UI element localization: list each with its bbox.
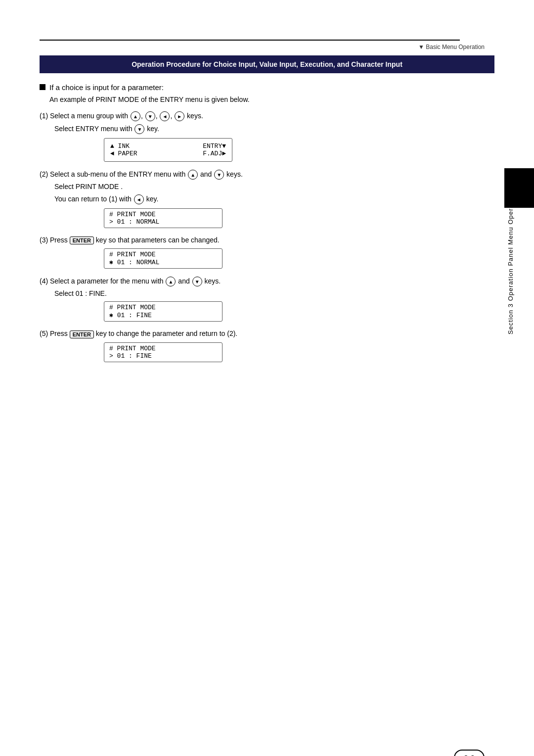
menu-box-4-line2: > 01 : FINE	[109, 352, 217, 360]
section-heading-text: If a choice is input for a parameter:	[49, 83, 164, 92]
entry-paper-label: ◄ PAPER	[110, 150, 137, 157]
step-4: (4) Select a parameter for the menu with…	[40, 277, 470, 322]
arrow-left-icon: ◄	[160, 111, 170, 121]
entry-fadj-label: F.ADJ►	[203, 150, 226, 157]
black-square-icon	[40, 84, 45, 90]
arrow-up-icon-3: ▲	[188, 170, 198, 180]
menu-box-3-line1: # PRINT MODE	[109, 304, 217, 311]
top-rule	[40, 40, 460, 41]
page-title: Operation Procedure for Choice Input, Va…	[40, 55, 494, 73]
arrow-up-icon: ▲	[131, 111, 140, 121]
menu-box-2-line2: ✱ 01 : NORMAL	[109, 258, 217, 266]
menu-box-1-line2: > 01 : NORMAL	[109, 218, 217, 226]
page-number: 3-9	[454, 750, 485, 756]
enter-badge-1: ENTER	[70, 236, 94, 244]
menu-box-3: # PRINT MODE ✱ 01 : FINE	[104, 301, 222, 322]
menu-box-4: # PRINT MODE > 01 : FINE	[104, 342, 222, 362]
page-container: ▼ Basic Menu Operation Operation Procedu…	[0, 40, 534, 756]
step-2-line: (2) Select a sub-menu of the ENTRY menu …	[40, 170, 470, 180]
arrow-right-icon: ►	[175, 111, 184, 121]
entry-ink-label: ▲ INK	[110, 142, 130, 150]
step-1-number: (1) Select a menu group with	[40, 112, 130, 120]
content-area: If a choice is input for a parameter: An…	[40, 83, 470, 362]
step-1: (1) Select a menu group with ▲, ▼, ◄, ► …	[40, 111, 470, 162]
menu-box-2-line1: # PRINT MODE	[109, 251, 217, 258]
section-heading: If a choice is input for a parameter:	[40, 83, 470, 92]
enter-badge-2: ENTER	[70, 331, 94, 338]
step-3-line: (3) Press ENTER key so that parameters c…	[40, 236, 470, 244]
entry-menu-row-2: ◄ PAPER F.ADJ►	[110, 150, 226, 157]
step-3: (3) Press ENTER key so that parameters c…	[40, 236, 470, 269]
step-2-sub2: You can return to (1) with ◄ key.	[54, 194, 470, 204]
arrow-left-icon-2: ◄	[134, 194, 144, 204]
menu-box-1-line1: # PRINT MODE	[109, 211, 217, 218]
sidebar-vertical-text: Section 3 Operation Panel Menu Operation…	[507, 188, 534, 334]
arrow-down-icon-2: ▼	[134, 124, 144, 134]
arrow-down-icon: ▼	[145, 111, 155, 121]
header-area: ▼ Basic Menu Operation	[0, 44, 534, 50]
entry-menu-row-1: ▲ INK ENTRY▼	[110, 142, 226, 150]
step-5: (5) Press ENTER key to change the parame…	[40, 330, 470, 362]
step-1-line: (1) Select a menu group with ▲, ▼, ◄, ► …	[40, 111, 470, 121]
entry-menu-box: ▲ INK ENTRY▼ ◄ PAPER F.ADJ►	[104, 138, 232, 162]
step-2: (2) Select a sub-menu of the ENTRY menu …	[40, 170, 470, 228]
entry-entry-label: ENTRY▼	[203, 142, 226, 150]
step-4-sub: Select 01 : FINE.	[54, 289, 470, 297]
arrow-down-icon-4: ▼	[192, 277, 202, 286]
menu-box-4-line1: # PRINT MODE	[109, 345, 217, 352]
breadcrumb: ▼ Basic Menu Operation	[418, 44, 485, 50]
arrow-up-icon-4: ▲	[166, 277, 176, 286]
step-2-sub1: Select PRINT MODE .	[54, 183, 470, 190]
step-5-line: (5) Press ENTER key to change the parame…	[40, 330, 470, 338]
arrow-down-icon-3: ▼	[214, 170, 224, 180]
step-1-sub: Select ENTRY menu with ▼ key.	[54, 124, 470, 134]
section-intro: An example of PRINT MODE of the ENTRY me…	[49, 95, 470, 103]
step-4-line: (4) Select a parameter for the menu with…	[40, 277, 470, 286]
menu-box-1: # PRINT MODE > 01 : NORMAL	[104, 208, 222, 228]
menu-box-2: # PRINT MODE ✱ 01 : NORMAL	[104, 248, 222, 269]
menu-box-3-line2: ✱ 01 : FINE	[109, 311, 217, 319]
